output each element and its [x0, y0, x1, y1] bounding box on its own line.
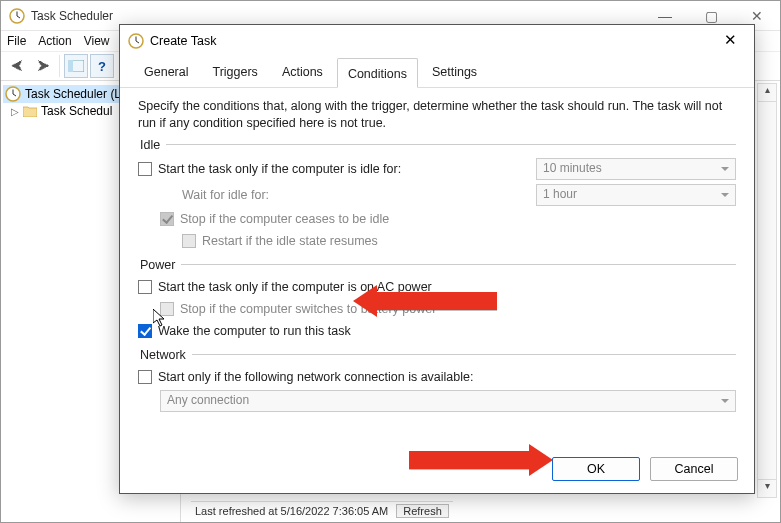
tab-settings[interactable]: Settings	[422, 57, 487, 87]
right-scroll-panel: ▴ ▾	[757, 83, 777, 498]
status-text: Last refreshed at 5/16/2022 7:36:05 AM	[195, 505, 388, 517]
power-ac-checkbox[interactable]	[138, 280, 152, 294]
power-legend: Power	[138, 258, 181, 272]
power-section: Power Start the task only if the compute…	[138, 258, 736, 344]
idle-section: Idle Start the task only if the computer…	[138, 138, 736, 254]
tab-general[interactable]: General	[134, 57, 198, 87]
scroll-down[interactable]: ▾	[758, 479, 776, 497]
idle-stop-label: Stop if the computer ceases to be idle	[180, 212, 389, 226]
scheduler-icon	[5, 86, 21, 102]
main-title: Task Scheduler	[31, 9, 113, 23]
idle-start-checkbox[interactable]	[138, 162, 152, 176]
power-battery-label: Stop if the computer switches to battery…	[180, 302, 436, 316]
dialog-titlebar: Create Task ✕	[120, 25, 754, 57]
toolbar-panel-button[interactable]	[64, 54, 88, 78]
back-button[interactable]: ⮜	[5, 54, 29, 78]
tab-conditions[interactable]: Conditions	[337, 58, 418, 88]
ok-button[interactable]: OK	[552, 457, 640, 481]
network-start-checkbox[interactable]	[138, 370, 152, 384]
network-section: Network Start only if the following netw…	[138, 348, 736, 416]
dialog-icon	[128, 33, 144, 49]
idle-restart-label: Restart if the idle state resumes	[202, 234, 378, 248]
network-start-label: Start only if the following network conn…	[158, 370, 473, 384]
idle-wait-label: Wait for idle for:	[182, 188, 269, 202]
power-battery-checkbox	[160, 302, 174, 316]
idle-restart-checkbox	[182, 234, 196, 248]
dialog-close-button[interactable]: ✕	[714, 27, 746, 55]
help-button[interactable]: ?	[90, 54, 114, 78]
sidebar-root-label: Task Scheduler (L	[25, 87, 121, 101]
dialog-footer: OK Cancel	[120, 445, 754, 493]
network-legend: Network	[138, 348, 192, 362]
menu-file[interactable]: File	[7, 34, 26, 48]
power-ac-label: Start the task only if the computer is o…	[158, 280, 432, 294]
power-wake-label: Wake the computer to run this task	[158, 324, 351, 338]
status-bar: Last refreshed at 5/16/2022 7:36:05 AM R…	[191, 501, 453, 519]
idle-start-label: Start the task only if the computer is i…	[158, 162, 401, 176]
folder-icon	[23, 105, 37, 117]
scroll-up[interactable]: ▴	[758, 84, 776, 102]
menu-action[interactable]: Action	[38, 34, 71, 48]
idle-duration-select[interactable]: 10 minutes	[536, 158, 736, 180]
cancel-button[interactable]: Cancel	[650, 457, 738, 481]
dialog-body: Specify the conditions that, along with …	[120, 88, 754, 445]
idle-legend: Idle	[138, 138, 166, 152]
panel-icon	[68, 60, 84, 72]
tab-actions[interactable]: Actions	[272, 57, 333, 87]
create-task-dialog: Create Task ✕ General Triggers Actions C…	[119, 24, 755, 494]
dialog-title: Create Task	[150, 34, 216, 48]
forward-button[interactable]: ⮞	[31, 54, 55, 78]
menu-view[interactable]: View	[84, 34, 110, 48]
idle-wait-select[interactable]: 1 hour	[536, 184, 736, 206]
dialog-tabs: General Triggers Actions Conditions Sett…	[120, 57, 754, 88]
conditions-description: Specify the conditions that, along with …	[138, 98, 736, 132]
app-icon	[9, 8, 25, 24]
svg-rect-4	[68, 60, 73, 72]
tab-triggers[interactable]: Triggers	[202, 57, 267, 87]
power-wake-checkbox[interactable]	[138, 324, 152, 338]
network-connection-select[interactable]: Any connection	[160, 390, 736, 412]
sidebar-child-label: Task Schedul	[41, 104, 112, 118]
refresh-button[interactable]: Refresh	[396, 504, 449, 518]
idle-stop-checkbox	[160, 212, 174, 226]
expand-icon[interactable]: ▷	[11, 106, 19, 117]
